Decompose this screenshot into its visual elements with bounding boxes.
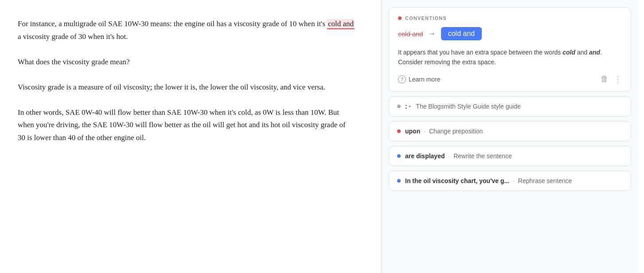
word2-bold: and — [589, 49, 600, 56]
paragraph-4: In other words, SAE 0W-40 will flow bett… — [18, 106, 355, 145]
highlighted-error: cold and — [327, 19, 355, 29]
gray-dot-icon — [397, 105, 401, 108]
viscosity-chart-card[interactable]: In the oil viscosity chart, you've g... … — [389, 171, 631, 191]
learn-more-label: Learn more — [409, 76, 441, 83]
card-actions: 🗑 ⋮ — [601, 74, 622, 84]
are-displayed-card-text: are displayed · Rewrite the sentence — [405, 152, 512, 160]
arrow-icon: → — [429, 30, 436, 38]
style-guide-card[interactable]: : · The Blogsmith Style Guide style guid… — [389, 96, 631, 117]
suggestion-pill[interactable]: cold and — [441, 27, 482, 40]
style-guide-card-text: : · The Blogsmith Style Guide style guid… — [405, 103, 521, 110]
main-content: For instance, a multigrade oil SAE 10W-3… — [0, 0, 381, 273]
convention-card: CONVENTIONS cold and → cold and It appea… — [389, 7, 631, 92]
paragraph-1: For instance, a multigrade oil SAE 10W-3… — [18, 18, 355, 43]
suggestion-row: cold and → cold and — [398, 27, 622, 40]
more-options-icon[interactable]: ⋮ — [614, 74, 622, 84]
viscosity-chart-card-text: In the oil viscosity chart, you've g... … — [405, 177, 572, 184]
card-label: CONVENTIONS — [405, 16, 447, 21]
paragraph-2: What does the viscosity grade mean? — [18, 56, 355, 69]
card-description: It appears that you have an extra space … — [398, 47, 622, 67]
card-header: CONVENTIONS — [398, 16, 622, 21]
upon-card-text: upon · Change preposition — [405, 128, 483, 135]
learn-more-button[interactable]: ? Learn more — [398, 75, 441, 83]
upon-card[interactable]: upon · Change preposition — [389, 121, 631, 141]
delete-icon[interactable]: 🗑 — [601, 74, 609, 84]
question-mark-icon: ? — [398, 75, 406, 83]
sidebar: CONVENTIONS cold and → cold and It appea… — [381, 0, 638, 273]
blue-dot-icon-2 — [397, 179, 401, 183]
paragraph-3: Viscosity grade is a measure of oil visc… — [18, 81, 355, 94]
red-dot-icon-2 — [397, 129, 401, 133]
card-footer: ? Learn more 🗑 ⋮ — [398, 74, 622, 84]
are-displayed-card[interactable]: are displayed · Rewrite the sentence — [389, 146, 631, 166]
word1-bold: cold — [562, 49, 575, 56]
strikethrough-original: cold and — [398, 30, 423, 38]
blue-dot-icon — [397, 154, 401, 158]
red-dot-icon — [398, 16, 402, 20]
